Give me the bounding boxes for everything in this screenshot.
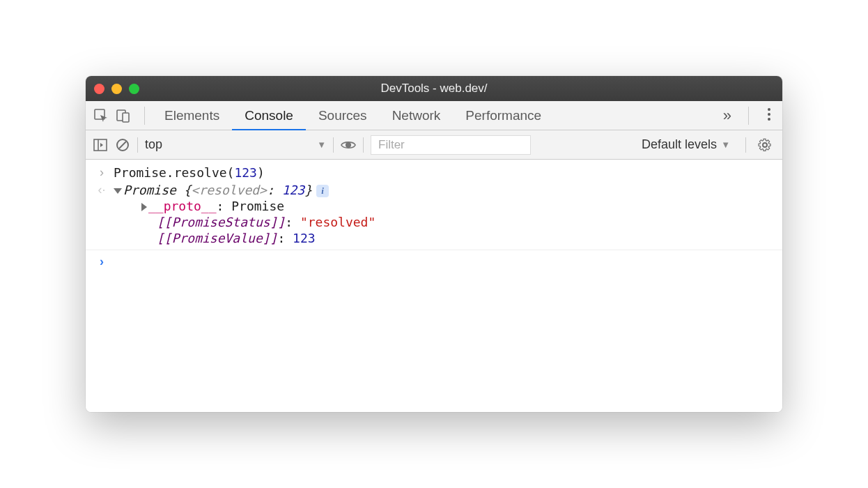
value-entry: [[PromiseValue]]: 123: [95, 231, 316, 245]
result-header[interactable]: Promise {<resolved>: 123}i: [114, 183, 329, 197]
separator: [137, 137, 138, 153]
svg-point-3: [768, 108, 770, 111]
panel-tabs: Elements Console Sources Network Perform…: [152, 101, 713, 130]
prop-key: [[PromiseStatus]]: [157, 215, 285, 229]
svg-rect-2: [123, 113, 129, 122]
active-prompt-icon: ›: [95, 254, 108, 269]
separator: [333, 137, 334, 153]
property-row-proto[interactable]: __proto__: Promise: [86, 199, 782, 215]
state-angle-open: <: [192, 183, 199, 197]
prop-key: __proto__: [148, 199, 217, 213]
brace-close: }: [304, 183, 312, 197]
prop-sep: :: [277, 231, 293, 245]
levels-label: Default levels: [642, 137, 717, 152]
svg-point-5: [768, 118, 770, 121]
devtools-window: DevTools - web.dev/ Elements Console Sou…: [86, 76, 782, 412]
prop-value: Promise: [231, 199, 284, 213]
settings-menu-icon[interactable]: [756, 107, 782, 124]
execution-context-selector[interactable]: top ▼: [145, 137, 326, 152]
console-prompt-line[interactable]: ›: [86, 253, 782, 270]
window-controls: [94, 84, 139, 94]
tab-sources[interactable]: Sources: [306, 101, 380, 130]
console-body[interactable]: › Promise.resolve(123) ‹· Promise {<reso…: [86, 160, 782, 412]
console-filter-input[interactable]: [371, 135, 531, 155]
console-input-line[interactable]: › Promise.resolve(123): [86, 164, 782, 181]
token-arg: 123: [234, 165, 257, 180]
token-paren-open: (: [227, 165, 235, 180]
prop-value: "resolved": [300, 215, 375, 229]
window-title: DevTools - web.dev/: [86, 82, 782, 96]
inspect-element-icon[interactable]: [93, 107, 109, 124]
separator: [144, 107, 145, 125]
property-row-status[interactable]: [[PromiseStatus]]: "resolved": [86, 215, 782, 231]
separator: [748, 107, 749, 125]
result-prompt-icon: ‹·: [95, 183, 108, 197]
prop-sep: :: [285, 215, 300, 229]
expand-triangle-right-icon[interactable]: [141, 203, 147, 211]
tab-network[interactable]: Network: [380, 101, 454, 130]
console-result-line[interactable]: ‹· Promise {<resolved>: 123}i: [86, 181, 782, 199]
console-sidebar-toggle-icon[interactable]: [93, 137, 108, 153]
live-expression-icon[interactable]: [341, 137, 356, 153]
property-row-value[interactable]: [[PromiseValue]]: 123: [86, 231, 782, 250]
info-badge-icon[interactable]: i: [316, 185, 329, 197]
prop-key: [[PromiseValue]]: [157, 231, 277, 245]
svg-line-9: [119, 142, 126, 148]
close-window-button[interactable]: [94, 84, 104, 94]
input-prompt-icon: ›: [95, 165, 108, 180]
object-type: Promise: [123, 183, 176, 197]
fullscreen-window-button[interactable]: [129, 84, 139, 94]
panel-tabbar: Elements Console Sources Network Perform…: [86, 101, 782, 130]
prop-value: 123: [293, 231, 316, 245]
token-paren-close: ): [257, 165, 265, 180]
console-filterbar: top ▼ Default levels ▼: [86, 130, 782, 160]
state-value: 123: [282, 183, 305, 197]
chevron-down-icon: ▼: [317, 139, 326, 150]
svg-point-10: [346, 142, 350, 146]
separator: [745, 137, 746, 153]
status-entry: [[PromiseStatus]]: "resolved": [95, 215, 375, 229]
input-code: Promise.resolve(123): [114, 165, 265, 180]
log-levels-selector[interactable]: Default levels ▼: [642, 137, 730, 152]
prop-sep: :: [217, 199, 232, 213]
state-angle-close: >: [259, 183, 267, 197]
tab-elements[interactable]: Elements: [152, 101, 232, 130]
minimize-window-button[interactable]: [111, 84, 122, 94]
chevron-down-icon: ▼: [721, 139, 730, 150]
expand-triangle-down-icon[interactable]: [114, 188, 122, 194]
token-call: Promise.resolve: [114, 165, 227, 180]
svg-point-4: [768, 113, 770, 116]
separator: [363, 137, 364, 153]
proto-entry[interactable]: __proto__: Promise: [95, 199, 284, 213]
titlebar: DevTools - web.dev/: [86, 76, 782, 101]
brace-open: {: [176, 183, 192, 197]
tab-performance[interactable]: Performance: [453, 101, 554, 130]
state-text: resolved: [199, 183, 259, 197]
context-label: top: [145, 137, 162, 152]
device-toolbar-icon[interactable]: [115, 107, 132, 124]
console-settings-icon[interactable]: [757, 137, 773, 153]
clear-console-icon[interactable]: [115, 137, 130, 153]
tabs-overflow-icon[interactable]: »: [713, 107, 741, 125]
tab-console[interactable]: Console: [232, 101, 306, 130]
state-sep: :: [267, 183, 282, 197]
